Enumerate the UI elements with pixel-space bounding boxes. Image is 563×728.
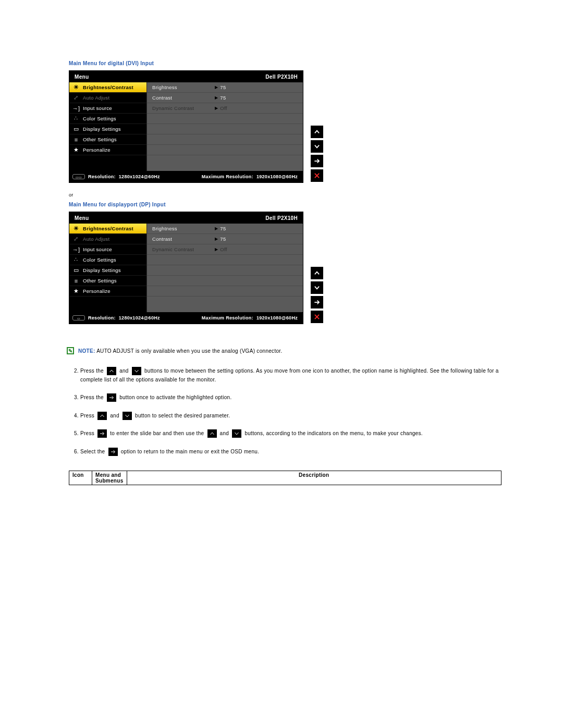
note-label: NOTE: bbox=[78, 348, 95, 354]
input-source-icon: →] bbox=[72, 246, 80, 253]
step-text: buttons, according to the indicators on … bbox=[244, 430, 423, 436]
right-icon bbox=[97, 429, 107, 438]
osd-row-brightness[interactable]: Brightness ▶75 bbox=[147, 224, 303, 234]
auto-adjust-icon: ⤢ bbox=[72, 94, 80, 102]
nav-up-button[interactable] bbox=[311, 267, 323, 279]
nav-up-button[interactable] bbox=[311, 126, 323, 138]
step-text: button to select the desired parameter. bbox=[135, 413, 230, 418]
osd-item-personalize[interactable]: ★ Personalize bbox=[69, 145, 146, 155]
osd-row-value: 75 bbox=[220, 95, 226, 101]
osd-row-contrast[interactable]: Contrast ▶75 bbox=[147, 234, 303, 244]
step-text: buttons to move between the setting opti… bbox=[80, 368, 499, 382]
osd-item-label: Input source bbox=[83, 105, 112, 111]
nav-close-button[interactable] bbox=[311, 311, 323, 323]
step-3: Press the button once to activate the hi… bbox=[80, 393, 501, 402]
osd-item-label: Brightness/Contrast bbox=[83, 84, 133, 90]
osd-dvi: Menu Dell P2X10H ☀ Brightness/Contrast ⤢… bbox=[69, 70, 501, 183]
nav-down-button[interactable] bbox=[311, 140, 323, 153]
osd-item-color-settings[interactable]: ∴ Color Settings bbox=[69, 114, 146, 124]
personalize-icon: ★ bbox=[72, 146, 80, 154]
heading-dp: Main Menu for displayport (DP) Input bbox=[69, 202, 501, 207]
max-resolution-label: Maximum Resolution: bbox=[202, 315, 253, 320]
osd-item-personalize[interactable]: ★ Personalize bbox=[69, 286, 146, 297]
osd-item-input-source[interactable]: →] Input source bbox=[69, 244, 146, 255]
osd-item-label: Personalize bbox=[83, 147, 111, 153]
osd-row-value: Off bbox=[220, 246, 227, 252]
osd-panel: Menu Dell P2X10H ☀ Brightness/Contrast ⤢… bbox=[69, 212, 303, 324]
osd-row-dynamic-contrast[interactable]: Dynamic Contrast ▶Off bbox=[147, 244, 303, 255]
step-text: Press the bbox=[80, 394, 104, 400]
personalize-icon: ★ bbox=[72, 288, 80, 295]
step-text: button once to activate the highlighted … bbox=[119, 394, 231, 400]
osd-item-other-settings[interactable]: ≡ Other Settings bbox=[69, 276, 146, 286]
osd-right-pane: Brightness ▶75 Contrast ▶75 Dynamic Cont… bbox=[146, 224, 303, 312]
input-source-icon: →] bbox=[72, 105, 80, 112]
osd-row-value: 75 bbox=[220, 236, 226, 242]
step-text: Press bbox=[80, 413, 94, 418]
th-menu: Menu and Submenus bbox=[92, 471, 127, 485]
osd-item-label: Other Settings bbox=[83, 278, 117, 283]
triangle-icon: ▶ bbox=[215, 85, 218, 90]
brightness-icon: ☀ bbox=[72, 84, 80, 91]
triangle-icon: ▶ bbox=[215, 95, 218, 100]
osd-item-input-source[interactable]: →] Input source bbox=[69, 103, 146, 114]
max-resolution-value: 1920x1080@60Hz bbox=[256, 315, 298, 320]
osd-item-label: Auto Adjust bbox=[83, 236, 109, 242]
osd-item-brightness[interactable]: ☀ Brightness/Contrast bbox=[69, 82, 146, 93]
color-settings-icon: ∴ bbox=[72, 115, 80, 122]
osd-titlebar: Menu Dell P2X10H bbox=[69, 212, 303, 224]
display-settings-icon: ▭ bbox=[72, 126, 80, 133]
step-6: Select the option to return to the main … bbox=[80, 448, 501, 456]
up-icon bbox=[107, 367, 116, 375]
osd-dp: Menu Dell P2X10H ☀ Brightness/Contrast ⤢… bbox=[69, 212, 501, 324]
osd-item-label: Brightness/Contrast bbox=[83, 226, 133, 231]
osd-item-other-settings[interactable]: ≡ Other Settings bbox=[69, 134, 146, 145]
or-label: or bbox=[69, 192, 501, 198]
nav-enter-button[interactable] bbox=[311, 296, 323, 309]
down-icon bbox=[123, 412, 132, 420]
osd-item-auto-adjust[interactable]: ⤢ Auto Adjust bbox=[69, 234, 146, 244]
osd-row-label: Contrast bbox=[152, 95, 215, 101]
note-text: AUTO ADJUST is only available when you u… bbox=[96, 348, 282, 354]
osd-statusbar: ▭▭ Resolution: 1280x1024@60Hz Maximum Re… bbox=[69, 171, 303, 182]
osd-menu-label: Menu bbox=[75, 74, 89, 80]
osd-row-value: 75 bbox=[220, 84, 226, 90]
nav-down-button[interactable] bbox=[311, 281, 323, 294]
display-settings-icon: ▭ bbox=[72, 267, 80, 274]
osd-panel: Menu Dell P2X10H ☀ Brightness/Contrast ⤢… bbox=[69, 70, 303, 183]
step-text: option to return to the main menu or exi… bbox=[121, 449, 260, 454]
step-text: and bbox=[220, 430, 229, 436]
osd-row-contrast[interactable]: Contrast ▶75 bbox=[147, 93, 303, 103]
resolution-label: Resolution: bbox=[88, 315, 116, 320]
osd-row-dynamic-contrast[interactable]: Dynamic Contrast ▶Off bbox=[147, 103, 303, 114]
nav-enter-button[interactable] bbox=[311, 155, 323, 167]
osd-nav-buttons bbox=[311, 70, 323, 183]
resolution-label: Resolution: bbox=[88, 174, 116, 179]
osd-item-label: Color Settings bbox=[83, 116, 116, 121]
heading-dvi: Main Menu for digital (DVI) Input bbox=[69, 60, 501, 66]
osd-left-nav: ☀ Brightness/Contrast ⤢ Auto Adjust →] I… bbox=[69, 82, 146, 171]
osd-item-label: Display Settings bbox=[83, 126, 121, 132]
osd-row-brightness[interactable]: Brightness ▶75 bbox=[147, 82, 303, 93]
osd-item-color-settings[interactable]: ∴ Color Settings bbox=[69, 255, 146, 265]
step-text: Press the bbox=[80, 368, 104, 374]
osd-right-pane: Brightness ▶75 Contrast ▶75 Dynamic Cont… bbox=[146, 82, 303, 171]
down-icon bbox=[132, 367, 141, 375]
osd-row-label: Dynamic Contrast bbox=[152, 246, 215, 252]
connector-badge: ▭▭ bbox=[72, 174, 85, 179]
osd-item-display-settings[interactable]: ▭ Display Settings bbox=[69, 124, 146, 134]
osd-row-value: Off bbox=[220, 105, 227, 111]
osd-item-display-settings[interactable]: ▭ Display Settings bbox=[69, 265, 146, 276]
step-4: Press and button to select the desired p… bbox=[80, 412, 501, 421]
resolution-value: 1280x1024@60Hz bbox=[119, 315, 160, 320]
step-text: and bbox=[119, 368, 129, 374]
osd-row-label: Brightness bbox=[152, 226, 215, 231]
steps-list: Press the and buttons to move between th… bbox=[73, 367, 501, 456]
nav-close-button[interactable] bbox=[311, 169, 323, 182]
triangle-icon: ▶ bbox=[215, 237, 218, 241]
osd-item-brightness[interactable]: ☀ Brightness/Contrast bbox=[69, 224, 146, 234]
step-text: to enter the slide bar and then use the bbox=[110, 430, 204, 436]
other-settings-icon: ≡ bbox=[72, 136, 80, 143]
osd-item-label: Input source bbox=[83, 246, 112, 252]
osd-item-auto-adjust[interactable]: ⤢ Auto Adjust bbox=[69, 93, 146, 103]
